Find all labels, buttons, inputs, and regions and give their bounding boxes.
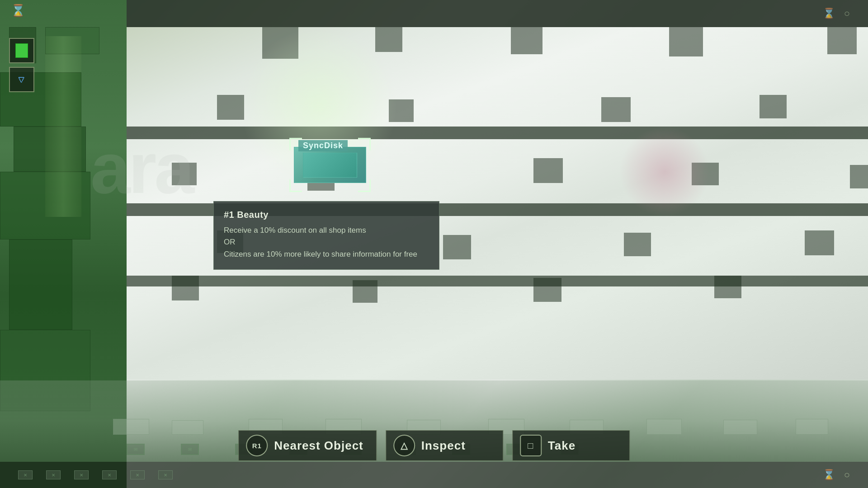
circle-topright-icon: ○ [844, 8, 850, 19]
hourglass-strip-icon: ⌛ [823, 469, 835, 481]
strip-envelope-2 [46, 470, 61, 479]
tooltip-panel: #1 Beauty Receive a 10% discount on all … [213, 201, 439, 270]
triangle-button-icon: △ [393, 435, 415, 456]
take-button[interactable]: □ Take [512, 430, 630, 461]
game-viewport: ara ✉ ✉ ✉ ✉ ✉ [0, 0, 868, 488]
bottom-strip-left-icons [18, 470, 173, 479]
square-button-icon: □ [520, 435, 542, 456]
tooltip-line2: OR [224, 238, 236, 246]
nearest-object-button[interactable]: R1 Nearest Object [238, 430, 377, 461]
bottom-strip-right-icons: ⌛ ○ [823, 469, 850, 481]
nearest-object-label: Nearest Object [274, 439, 363, 453]
top-right-icons: ⌛ ○ [823, 0, 850, 27]
inspect-label: Inspect [421, 439, 466, 453]
strip-envelope-1 [18, 470, 33, 479]
tooltip-line3: Citizens are 10% more likely to share in… [224, 250, 417, 258]
ambient-glow [619, 127, 710, 217]
tooltip-line1: Receive a 10% discount on all shop items [224, 226, 366, 235]
reticle-corner-tr [358, 138, 371, 150]
hourglass-topright-icon: ⌛ [823, 8, 835, 19]
tooltip-title: #1 Beauty [224, 210, 429, 220]
bottom-strip: ⌛ ○ [0, 462, 868, 488]
inspect-button[interactable]: △ Inspect [386, 430, 503, 461]
strip-envelope-3 [74, 470, 89, 479]
circle-strip-icon: ○ [844, 469, 850, 481]
health-icon [9, 38, 34, 63]
drops-icon: 🜄 [9, 67, 34, 92]
hud-topleft: ⌛ 🜄 [9, 18, 34, 92]
health-bar [15, 43, 28, 58]
take-label: Take [548, 439, 576, 453]
hourglass-hud-icon: ⌛ [11, 4, 25, 18]
action-bar: R1 Nearest Object △ Inspect □ Take [238, 430, 630, 461]
top-bar [0, 0, 868, 27]
strip-envelope-4 [102, 470, 117, 479]
r1-button-icon: R1 [246, 435, 268, 456]
tooltip-body: Receive a 10% discount on all shop items… [224, 225, 429, 260]
reticle-corner-br [358, 179, 371, 192]
strip-envelope-6 [158, 470, 173, 479]
reticle-corner-bl [289, 179, 302, 192]
syncdisk-label: SyncDisk [298, 140, 348, 151]
strip-envelope-5 [130, 470, 145, 479]
